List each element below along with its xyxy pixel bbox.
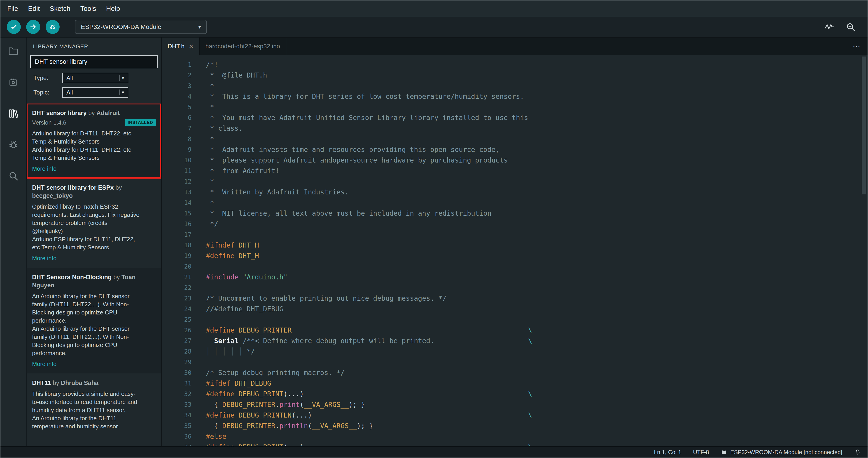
line-number: 15: [162, 208, 191, 219]
more-info-link[interactable]: More info: [32, 360, 57, 368]
code-line[interactable]: 5 *: [162, 102, 868, 112]
sketchbook-folder-icon[interactable]: [6, 44, 20, 58]
toolbar-right-icons: [824, 22, 861, 32]
code-line[interactable]: 33 { DEBUG_PRINTER.print(__VA_ARGS__); }: [162, 399, 868, 410]
code-line[interactable]: 22: [162, 282, 868, 293]
upload-button[interactable]: [26, 20, 40, 34]
type-filter-select[interactable]: All ▾: [62, 73, 128, 83]
close-icon[interactable]: ×: [189, 43, 193, 50]
board-chip-icon: [721, 449, 727, 455]
code-line[interactable]: 16 */: [162, 219, 868, 229]
code-line[interactable]: 31#ifdef DHT_DEBUG: [162, 378, 868, 389]
code-text: * This is a library for DHT series of lo…: [191, 91, 524, 102]
more-info-link[interactable]: More info: [32, 165, 57, 173]
encoding[interactable]: UTF-8: [693, 449, 709, 456]
menu-item-help[interactable]: Help: [101, 0, 125, 17]
board-selector-dropdown[interactable]: ESP32-WROOM-DA Module ▾: [75, 20, 207, 34]
code-token: [304, 390, 528, 398]
code-text: #include "Arduino.h": [191, 272, 287, 282]
code-line[interactable]: 37#define DEBUG_PRINT(...) \: [162, 442, 868, 446]
verify-button[interactable]: [7, 20, 21, 34]
library-version-row: Version 1.4.6INSTALLED: [32, 118, 156, 126]
code-token: println: [279, 422, 308, 430]
code-line[interactable]: 32#define DEBUG_PRINT(...) \: [162, 389, 868, 399]
code-line[interactable]: 28│ │ │ │ │ */: [162, 346, 868, 357]
serial-plotter-icon[interactable]: [824, 22, 835, 32]
search-icon[interactable]: [6, 169, 20, 183]
code-line[interactable]: 15 * MIT license, all text above must be…: [162, 208, 868, 219]
code-line[interactable]: 10 * please support Adafruit andopen-sou…: [162, 155, 868, 166]
code-text: *: [191, 134, 214, 144]
menu-item-edit[interactable]: Edit: [23, 0, 45, 17]
library-author: Adafruit: [96, 110, 120, 116]
cursor-position[interactable]: Ln 1, Col 1: [654, 449, 681, 456]
code-text: #ifndef DHT_H: [191, 240, 259, 251]
code-line[interactable]: 36#else: [162, 431, 868, 442]
code-line[interactable]: 34#define DEBUG_PRINTLN(...) \: [162, 410, 868, 421]
code-editor[interactable]: 1/*!2 * @file DHT.h3 *4 * This is a libr…: [162, 55, 868, 446]
code-line[interactable]: 26#define DEBUG_PRINTER \: [162, 325, 868, 336]
library-item[interactable]: DHT sensor library by AdafruitVersion 1.…: [27, 104, 161, 178]
code-line[interactable]: 29: [162, 357, 868, 367]
code-line[interactable]: 25: [162, 314, 868, 325]
menu-item-tools[interactable]: Tools: [75, 0, 101, 17]
code-line[interactable]: 13 * Written by Adafruit Industries.: [162, 187, 868, 197]
line-number: 17: [162, 229, 191, 240]
code-line[interactable]: 35 { DEBUG_PRINTER.println(__VA_ARGS__);…: [162, 421, 868, 431]
code-line[interactable]: 30/* Setup debug printing macros. */: [162, 367, 868, 378]
library-item[interactable]: DHT Sensors Non-Blocking by Toan NguyenA…: [27, 268, 161, 373]
more-actions-icon[interactable]: ⋯: [846, 37, 868, 55]
board-status[interactable]: ESP32-WROOM-DA Module [not connected]: [721, 449, 842, 456]
code-token: [230, 379, 235, 387]
code-line[interactable]: 24//#define DHT_DEBUG: [162, 304, 868, 314]
library-search-input[interactable]: [30, 55, 158, 68]
tab-DHT.h[interactable]: DHT.h×: [162, 37, 199, 55]
code-line[interactable]: 4 * This is a library for DHT series of …: [162, 91, 868, 102]
type-filter-row: Type: All ▾: [27, 73, 161, 83]
code-token: DEBUG_PRINTER: [222, 401, 275, 408]
code-token: *: [206, 103, 214, 111]
menu-item-sketch[interactable]: Sketch: [45, 0, 75, 17]
code-line[interactable]: 14 *: [162, 197, 868, 208]
serial-monitor-icon[interactable]: [845, 22, 856, 32]
library-name: DHT sensor library for ESPx: [32, 184, 114, 191]
code-line[interactable]: 21#include "Arduino.h": [162, 272, 868, 282]
tab-hardcoded-dht22-esp32.ino[interactable]: hardcoded-dht22-esp32.ino: [199, 37, 286, 55]
library-manager-icon[interactable]: [6, 107, 20, 120]
code-text: * from Adafruit!: [191, 166, 279, 176]
installed-badge: INSTALLED: [125, 119, 156, 126]
code-line[interactable]: 12 *: [162, 176, 868, 187]
more-info-link[interactable]: More info: [32, 254, 57, 262]
code-line[interactable]: 2 * @file DHT.h: [162, 70, 868, 81]
code-line[interactable]: 8 *: [162, 134, 868, 144]
library-item[interactable]: DHT11 by Dhruba SahaThis library provide…: [27, 373, 161, 436]
notifications-bell-icon[interactable]: [854, 449, 861, 456]
boards-manager-icon[interactable]: [6, 76, 20, 89]
code-text: #define DEBUG_PRINTER \: [191, 325, 532, 336]
code-line[interactable]: 27 Serial /**< Define where debug output…: [162, 336, 868, 346]
code-line[interactable]: 9 * Adafruit invests time and resources …: [162, 144, 868, 155]
code-token: (: [300, 401, 304, 408]
code-line[interactable]: 7 * class.: [162, 123, 868, 134]
library-by-label: by: [114, 184, 122, 191]
code-line[interactable]: 1/*!: [162, 59, 868, 70]
topic-filter-select[interactable]: All ▾: [62, 87, 128, 98]
vertical-scrollbar[interactable]: [862, 57, 866, 194]
type-filter-label: Type:: [33, 75, 62, 82]
code-line[interactable]: 19#define DHT_H: [162, 251, 868, 261]
code-token: \: [528, 443, 532, 446]
debug-button[interactable]: [45, 20, 60, 34]
code-line[interactable]: 18#ifndef DHT_H: [162, 240, 868, 251]
menu-item-file[interactable]: File: [2, 0, 23, 17]
code-line[interactable]: 11 * from Adafruit!: [162, 166, 868, 176]
code-line[interactable]: 20: [162, 261, 868, 272]
code-token: [304, 443, 528, 446]
library-item[interactable]: DHT sensor library for ESPx by beegee_to…: [27, 178, 161, 268]
code-line[interactable]: 3 *: [162, 81, 868, 91]
debugger-icon[interactable]: [6, 138, 20, 151]
code-line[interactable]: 23/* Uncomment to enable printing out ni…: [162, 293, 868, 304]
code-line[interactable]: 17: [162, 229, 868, 240]
line-number: 9: [162, 144, 191, 155]
line-number: 1: [162, 59, 191, 70]
code-line[interactable]: 6 * You must have Adafruit Unified Senso…: [162, 112, 868, 123]
